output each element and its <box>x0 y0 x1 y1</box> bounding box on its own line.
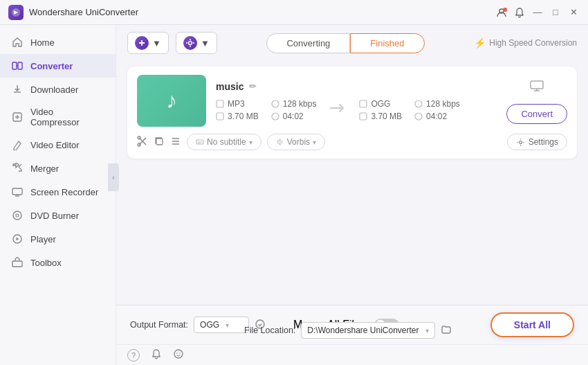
svg-point-28 <box>176 353 178 354</box>
svg-rect-23 <box>156 139 163 145</box>
target-bitrate-value: 128 kbps <box>426 99 460 109</box>
file-location-select[interactable]: D:\Wondershare UniConverter ▾ <box>301 322 434 339</box>
svg-point-18 <box>415 100 422 107</box>
high-speed-label: ⚡ High Speed Conversion <box>474 37 577 48</box>
player-icon <box>11 233 24 245</box>
source-duration-value: 04:02 <box>283 112 304 121</box>
file-item-top: ♪ music ✏ MP3 <box>137 75 567 127</box>
dvd-icon <box>11 209 24 222</box>
status-bell-icon[interactable] <box>151 348 162 362</box>
subtitle-icon <box>196 138 204 146</box>
svg-point-11 <box>188 42 192 45</box>
cut-icon[interactable] <box>137 136 148 149</box>
main-layout: Home Converter Downloader Video Compress… <box>0 25 588 365</box>
settings-gear-icon <box>516 138 525 147</box>
svg-point-29 <box>179 353 181 354</box>
svg-rect-20 <box>531 81 543 89</box>
file-list: ♪ music ✏ MP3 <box>116 61 588 305</box>
sidebar-label-player: Player <box>30 234 56 244</box>
sidebar-item-converter[interactable]: Converter <box>0 54 116 78</box>
sidebar-collapse-btn[interactable]: ‹ <box>108 163 119 191</box>
svg-point-7 <box>13 211 21 220</box>
source-meta: 128 kbps 04:02 <box>271 99 317 121</box>
tab-finished[interactable]: Finished <box>350 33 424 53</box>
help-icon[interactable]: ? <box>127 349 140 362</box>
sidebar-item-video-compressor[interactable]: Video Compressor <box>0 101 116 133</box>
sidebar-label-compressor: Video Compressor <box>30 107 104 127</box>
file-location-value: D:\Wondershare UniConverter <box>307 326 419 335</box>
file-location-folder-icon[interactable] <box>441 324 452 337</box>
svg-rect-3 <box>12 62 17 69</box>
output-format-select[interactable]: OGG ▾ <box>194 317 249 333</box>
svg-point-15 <box>272 113 279 120</box>
status-bar: ? <box>116 344 588 365</box>
file-settings-button[interactable]: Settings <box>507 134 567 150</box>
settings-label: Settings <box>529 137 558 147</box>
audio-chevron: ▾ <box>313 139 316 146</box>
target-duration-value: 04:02 <box>426 112 447 121</box>
svg-point-25 <box>519 141 522 143</box>
user-icon[interactable] <box>495 6 508 19</box>
file-item: ♪ music ✏ MP3 <box>127 66 577 159</box>
close-icon[interactable]: ✕ <box>567 6 580 19</box>
convert-button[interactable]: Convert <box>506 104 567 124</box>
file-location-label: File Location: <box>244 326 295 335</box>
music-note-icon: ♪ <box>166 88 177 114</box>
copy-icon[interactable] <box>154 136 165 149</box>
tab-converting[interactable]: Converting <box>266 33 350 53</box>
sidebar-label-dvd: DVD Burner <box>30 211 79 221</box>
svg-point-2 <box>503 8 507 12</box>
file-item-bottom: No subtitle ▾ Vorbis ▾ Settings <box>137 134 567 150</box>
start-all-button[interactable]: Start All <box>490 312 574 337</box>
sidebar-item-home[interactable]: Home <box>0 30 116 54</box>
duration-icon <box>271 112 279 121</box>
edit-icon[interactable]: ✏ <box>249 81 257 91</box>
subtitle-chevron: ▾ <box>249 139 252 146</box>
add-files-icon <box>135 36 149 50</box>
convert-actions: Convert <box>506 78 567 124</box>
target-meta: 128 kbps 04:02 <box>414 99 460 121</box>
svg-point-14 <box>272 100 279 107</box>
sidebar-item-downloader[interactable]: Downloader <box>0 78 116 101</box>
file-thumbnail: ♪ <box>137 75 206 127</box>
file-location-field: File Location: D:\Wondershare UniConvert… <box>244 322 452 339</box>
notification-icon[interactable] <box>513 6 526 19</box>
file-icon <box>216 100 224 108</box>
settings-label: ▼ <box>201 38 210 48</box>
sidebar-label-home: Home <box>30 37 55 48</box>
subtitle-value: No subtitle <box>207 137 246 147</box>
editor-icon <box>11 139 24 151</box>
audio-select[interactable]: Vorbis ▾ <box>267 134 325 150</box>
media-controls <box>137 136 181 149</box>
home-icon <box>11 36 24 48</box>
sidebar-item-merger[interactable]: Merger <box>0 157 116 180</box>
bitrate-icon <box>271 100 279 108</box>
target-format: OGG <box>359 99 402 109</box>
add-files-label: ▼ <box>152 38 161 48</box>
sidebar-label-downloader: Downloader <box>30 84 78 95</box>
sidebar-item-player[interactable]: Player <box>0 227 116 251</box>
merger-icon <box>11 162 24 175</box>
high-speed-text: High Speed Conversion <box>489 38 577 48</box>
maximize-icon[interactable]: □ <box>549 6 562 19</box>
source-info: MP3 3.70 MB <box>216 99 259 121</box>
app-title: Wondershare UniConverter <box>29 7 495 17</box>
sidebar-item-screen-recorder[interactable]: Screen Recorder <box>0 180 116 204</box>
sidebar: Home Converter Downloader Video Compress… <box>0 25 116 365</box>
settings-button[interactable]: ▼ <box>176 32 217 54</box>
sidebar-label-toolbox: Toolbox <box>30 258 62 268</box>
file-location-chevron: ▾ <box>425 327 429 335</box>
minimize-icon[interactable]: — <box>531 6 544 19</box>
add-files-button[interactable]: ▼ <box>127 32 169 54</box>
svg-point-27 <box>174 350 183 358</box>
list-icon[interactable] <box>170 136 181 149</box>
sidebar-item-dvd-burner[interactable]: DVD Burner <box>0 204 116 227</box>
feedback-icon[interactable] <box>173 348 184 362</box>
target-bitrate-icon <box>414 100 423 108</box>
subtitle-select[interactable]: No subtitle ▾ <box>187 134 261 150</box>
target-bitrate: 128 kbps <box>414 99 460 109</box>
device-icon[interactable] <box>529 78 544 97</box>
sidebar-item-video-editor[interactable]: Video Editor <box>0 133 116 157</box>
sidebar-label-editor: Video Editor <box>30 140 80 150</box>
sidebar-item-toolbox[interactable]: Toolbox <box>0 251 116 274</box>
